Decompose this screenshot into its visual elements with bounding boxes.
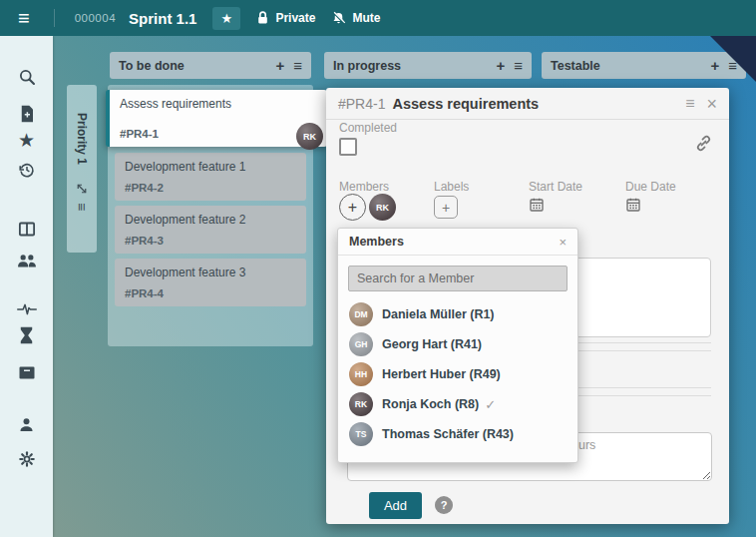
link-icon[interactable] — [694, 134, 713, 153]
column-header-in-progress: In progress + ≡ — [324, 52, 532, 79]
member-search-input[interactable] — [348, 266, 567, 291]
card-development-feature-1[interactable]: Development feature 1 #PR4-2 — [115, 153, 306, 201]
card-id: #PR4-4 — [125, 287, 296, 299]
lock-icon — [256, 11, 269, 25]
column-title: In progress — [333, 59, 487, 73]
settings-gear-icon[interactable] — [16, 448, 38, 470]
column-title: To be done — [119, 59, 266, 73]
card-assess-requirements[interactable]: Assess requirements #PR4-1 RK — [106, 90, 327, 147]
corner-fold-decoration — [710, 36, 756, 82]
add-comment-button[interactable]: Add — [369, 492, 422, 519]
completed-label: Completed — [339, 121, 397, 135]
avatar: TS — [349, 422, 373, 446]
card-id: #PR4-1 — [120, 128, 317, 140]
card-title: Assess requirements — [392, 96, 673, 112]
add-card-button[interactable]: + — [275, 58, 284, 73]
add-label-button[interactable]: + — [434, 196, 458, 219]
top-bar: ≡ 000004 Sprint 1.1 ★ Private Mute — [0, 0, 756, 36]
due-date-label: Due Date — [625, 180, 676, 194]
star-icon[interactable]: ★ — [16, 129, 38, 151]
column-menu-icon[interactable]: ≡ — [514, 58, 523, 73]
avatar: GH — [349, 332, 373, 356]
avatar: HH — [349, 362, 373, 386]
card-detail-header: #PR4-1 Assess requirements ≡ × — [326, 88, 729, 120]
board-title: Sprint 1.1 — [129, 10, 196, 27]
user-icon[interactable] — [16, 413, 38, 435]
board-view-icon[interactable] — [16, 218, 38, 240]
member-option[interactable]: GH Georg Hart (R41) — [338, 329, 577, 359]
avatar: RK — [349, 392, 373, 416]
card-menu-icon[interactable]: ≡ — [685, 96, 694, 112]
add-card-button[interactable]: + — [496, 58, 505, 73]
close-icon[interactable]: × — [559, 235, 567, 250]
check-icon: ✓ — [485, 397, 496, 412]
card-title: Development feature 1 — [125, 160, 296, 174]
muted-bell-icon — [331, 11, 346, 26]
collapse-swimlane-icon[interactable] — [76, 183, 88, 195]
members-popup-header: Members × — [338, 229, 577, 256]
archive-icon[interactable] — [16, 361, 38, 383]
left-sidebar: ★ — [0, 36, 53, 537]
private-label: Private — [275, 11, 315, 25]
close-icon[interactable]: × — [706, 95, 717, 113]
star-icon: ★ — [221, 11, 233, 26]
card-id: #PR4-2 — [125, 182, 296, 194]
members-label: Members — [339, 180, 389, 194]
hamburger-menu-icon[interactable]: ≡ — [18, 8, 30, 28]
avatar[interactable]: RK — [369, 194, 396, 221]
completed-checkbox[interactable] — [339, 138, 357, 156]
card-id: #PR4-1 — [338, 96, 385, 112]
members-popup-title: Members — [349, 235, 404, 249]
member-name: Georg Hart (R41) — [382, 337, 482, 351]
avatar: DM — [349, 302, 373, 326]
column-title: Testable — [551, 59, 701, 73]
mute-button[interactable]: Mute — [331, 11, 380, 26]
member-name: Daniela Müller (R1) — [382, 307, 495, 321]
card-development-feature-2[interactable]: Development feature 2 #PR4-3 — [115, 206, 306, 254]
member-option-selected[interactable]: RK Ronja Koch (R8) ✓ — [338, 389, 577, 419]
member-name: Thomas Schäfer (R43) — [382, 427, 514, 441]
swimlane-drag-handle-icon[interactable]: ≡ — [74, 203, 90, 211]
board-visibility-button[interactable]: Private — [256, 11, 315, 25]
swimlane-priority-1: Priority 1 ≡ — [67, 85, 97, 253]
labels-label: Labels — [434, 180, 469, 194]
board-number: 000004 — [75, 12, 116, 24]
card-title: Assess requirements — [120, 97, 317, 111]
member-option[interactable]: HH Herbert Huber (R49) — [338, 359, 577, 389]
star-board-button[interactable]: ★ — [212, 7, 240, 30]
avatar[interactable]: RK — [296, 123, 323, 150]
search-icon[interactable] — [16, 66, 38, 88]
card-id: #PR4-3 — [125, 235, 296, 247]
card-title: Development feature 3 — [125, 266, 296, 279]
members-popup: Members × DM Daniela Müller (R1) GH Geor… — [337, 228, 578, 463]
swimlane-label: Priority 1 — [75, 113, 89, 165]
history-icon[interactable] — [16, 159, 38, 181]
card-development-feature-3[interactable]: Development feature 3 #PR4-4 — [115, 259, 306, 306]
due-date-calendar-icon[interactable] — [625, 197, 641, 213]
topbar-divider — [54, 9, 55, 27]
hourglass-icon[interactable] — [16, 324, 38, 346]
note-add-icon[interactable] — [16, 103, 38, 125]
members-group-icon[interactable] — [16, 250, 38, 271]
help-icon[interactable]: ? — [435, 496, 453, 514]
member-name: Ronja Koch (R8) — [382, 397, 479, 411]
card-title: Development feature 2 — [125, 213, 296, 227]
comment-placeholder-fragment: urs — [578, 438, 595, 452]
member-name: Herbert Huber (R49) — [382, 367, 501, 381]
member-option[interactable]: TS Thomas Schäfer (R43) — [338, 419, 577, 449]
column-menu-icon[interactable]: ≡ — [293, 58, 302, 73]
mute-label: Mute — [352, 11, 380, 25]
start-date-label: Start Date — [529, 180, 582, 194]
member-option[interactable]: DM Daniela Müller (R1) — [338, 299, 577, 329]
start-date-calendar-icon[interactable] — [529, 197, 545, 213]
activity-icon[interactable] — [16, 298, 38, 320]
column-header-to-be-done: To be done + ≡ — [110, 52, 311, 79]
add-member-button[interactable]: + — [339, 194, 366, 221]
